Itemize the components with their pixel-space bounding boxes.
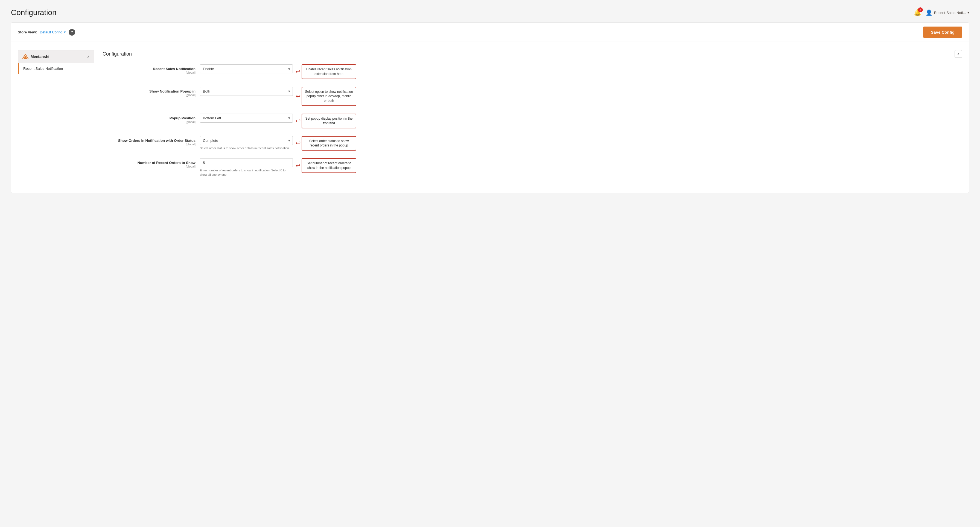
form-row-popup-position: Popup Position [global] Bottom Left Bott…: [103, 113, 962, 128]
sidebar-section: Meetanshi ∧ Recent Sales Notification: [18, 50, 94, 74]
save-config-button[interactable]: Save Config: [923, 27, 962, 38]
user-name: Recent-Sales-Noti...: [934, 11, 966, 15]
input-number-of-orders[interactable]: [200, 158, 293, 167]
sidebar-meetanshi-header[interactable]: Meetanshi ∧: [18, 50, 94, 63]
label-scope-show-notification-popup: [global]: [103, 93, 196, 97]
select-recent-sales-notification[interactable]: Enable Disable: [200, 64, 293, 73]
label-text-show-notification-popup: Show Notification Popup in: [149, 89, 196, 93]
form-row-recent-sales-notification: Recent Sales Notification [global] Enabl…: [103, 64, 962, 79]
config-panel: Configuration ∧ Recent Sales Notificatio…: [103, 50, 962, 185]
help-icon[interactable]: ?: [68, 29, 75, 35]
arrow-icon-4: ↩: [296, 140, 301, 147]
label-text-recent-sales-notification: Recent Sales Notification: [153, 67, 196, 71]
sidebar-item-label: Recent Sales Notification: [23, 67, 63, 70]
user-menu-chevron: ▾: [967, 11, 969, 14]
arrow-icon-5: ↩: [296, 162, 301, 169]
label-show-notification-popup: Show Notification Popup in [global]: [103, 87, 196, 97]
select-wrapper-4: Complete Pending Processing: [200, 136, 293, 145]
form-row-order-status: Show Orders in Notification with Order S…: [103, 136, 962, 151]
select-wrapper-3: Bottom Left Bottom Right Top Left Top Ri…: [200, 113, 293, 123]
arrow-icon-2: ↩: [296, 93, 301, 100]
annotation-wrapper-4: Complete Pending Processing Select order…: [200, 136, 962, 151]
form-row-show-notification-popup: Show Notification Popup in [global] Both…: [103, 87, 962, 106]
meetanshi-logo: [22, 54, 29, 59]
top-bar: Configuration 🔔 2 👤 Recent-Sales-Noti...…: [11, 8, 969, 17]
field-note-order-status: Select order status to show order detail…: [200, 146, 293, 150]
top-bar-right: 🔔 2 👤 Recent-Sales-Noti... ▾: [914, 9, 969, 16]
select-show-notification-popup[interactable]: Both Desktop Mobile: [200, 87, 293, 96]
select-wrapper-1: Enable Disable: [200, 64, 293, 73]
annotation-arrow-1: ↩ Enable recent sales notification exten…: [296, 64, 356, 79]
collapse-icon: ∧: [957, 52, 960, 56]
page-title: Configuration: [11, 8, 57, 17]
config-panel-title: Configuration: [103, 51, 132, 57]
store-view-bar: Store View: Default Config ▾ ? Save Conf…: [11, 22, 969, 42]
select-wrapper-2: Both Desktop Mobile: [200, 87, 293, 96]
store-view-value: Default Config: [40, 30, 62, 34]
label-popup-position: Popup Position [global]: [103, 113, 196, 123]
annotation-wrapper-2: Both Desktop Mobile ↩ Select option to s…: [200, 87, 962, 106]
control-order-status: Complete Pending Processing Select order…: [200, 136, 962, 151]
annotation-box-3: Set popup display position in the fronte…: [302, 113, 356, 128]
label-scope-popup-position: [global]: [103, 120, 196, 123]
control-recent-sales-notification: Enable Disable ↩ Enable recent sales not…: [200, 64, 962, 79]
user-menu[interactable]: 👤 Recent-Sales-Noti... ▾: [926, 9, 969, 16]
select-order-status[interactable]: Complete Pending Processing: [200, 136, 293, 145]
form-row-number-of-orders: Number of Recent Orders to Show [global]…: [103, 158, 962, 177]
input-and-note-5: Enter number of recent orders to show in…: [200, 158, 293, 177]
arrow-icon-3: ↩: [296, 117, 301, 125]
sidebar-chevron: ∧: [87, 54, 90, 59]
label-text-order-status: Show Orders in Notification with Order S…: [118, 139, 196, 143]
annotation-wrapper-5: Enter number of recent orders to show in…: [200, 158, 962, 177]
annotation-arrow-3: ↩ Set popup display position in the fron…: [296, 113, 356, 128]
label-order-status: Show Orders in Notification with Order S…: [103, 136, 196, 146]
arrow-icon-1: ↩: [296, 68, 301, 75]
annotation-box-1: Enable recent sales notification extensi…: [302, 64, 356, 79]
field-note-number-of-orders: Enter number of recent orders to show in…: [200, 168, 293, 177]
label-text-number-of-orders: Number of Recent Orders to Show: [138, 161, 196, 165]
annotation-arrow-2: ↩ Select option to show notification pop…: [296, 87, 356, 106]
annotation-arrow-4: ↩ Select order status to show recent ord…: [296, 136, 356, 151]
label-scope-number-of-orders: [global]: [103, 165, 196, 168]
control-number-of-orders: Enter number of recent orders to show in…: [200, 158, 962, 177]
main-content: Meetanshi ∧ Recent Sales Notification Co…: [11, 42, 969, 193]
sidebar-item-recent-sales[interactable]: Recent Sales Notification: [18, 63, 94, 74]
label-recent-sales-notification: Recent Sales Notification [global]: [103, 64, 196, 74]
store-view-left: Store View: Default Config ▾ ?: [18, 29, 75, 35]
select-popup-position[interactable]: Bottom Left Bottom Right Top Left Top Ri…: [200, 113, 293, 123]
collapse-button[interactable]: ∧: [955, 50, 962, 58]
annotation-arrow-5: ↩ Set number of recent orders to show in…: [296, 158, 356, 173]
store-view-select[interactable]: Default Config ▾: [40, 30, 66, 34]
annotation-box-2: Select option to show notification popup…: [302, 87, 356, 106]
notification-bell[interactable]: 🔔 2: [914, 9, 921, 16]
annotation-box-5: Set number of recent orders to show in t…: [302, 158, 356, 173]
meetanshi-logo-icon: [22, 54, 29, 59]
notification-badge: 2: [918, 7, 923, 12]
control-popup-position: Bottom Left Bottom Right Top Left Top Ri…: [200, 113, 962, 128]
label-number-of-orders: Number of Recent Orders to Show [global]: [103, 158, 196, 168]
label-scope-order-status: [global]: [103, 143, 196, 146]
store-view-chevron: ▾: [64, 30, 66, 34]
config-header: Configuration ∧: [103, 50, 962, 58]
label-scope-recent-sales-notification: [global]: [103, 71, 196, 74]
sidebar-header-left: Meetanshi: [22, 54, 49, 59]
control-show-notification-popup: Both Desktop Mobile ↩ Select option to s…: [200, 87, 962, 106]
sidebar: Meetanshi ∧ Recent Sales Notification: [18, 50, 94, 185]
annotation-wrapper-3: Bottom Left Bottom Right Top Left Top Ri…: [200, 113, 962, 128]
user-icon: 👤: [926, 9, 932, 16]
annotation-box-4: Select order status to show recent order…: [302, 136, 356, 151]
annotation-wrapper-1: Enable Disable ↩ Enable recent sales not…: [200, 64, 962, 79]
sidebar-section-title: Meetanshi: [30, 54, 49, 59]
label-text-popup-position: Popup Position: [170, 116, 196, 120]
select-and-note-4: Complete Pending Processing Select order…: [200, 136, 293, 150]
store-view-label: Store View:: [18, 30, 37, 34]
